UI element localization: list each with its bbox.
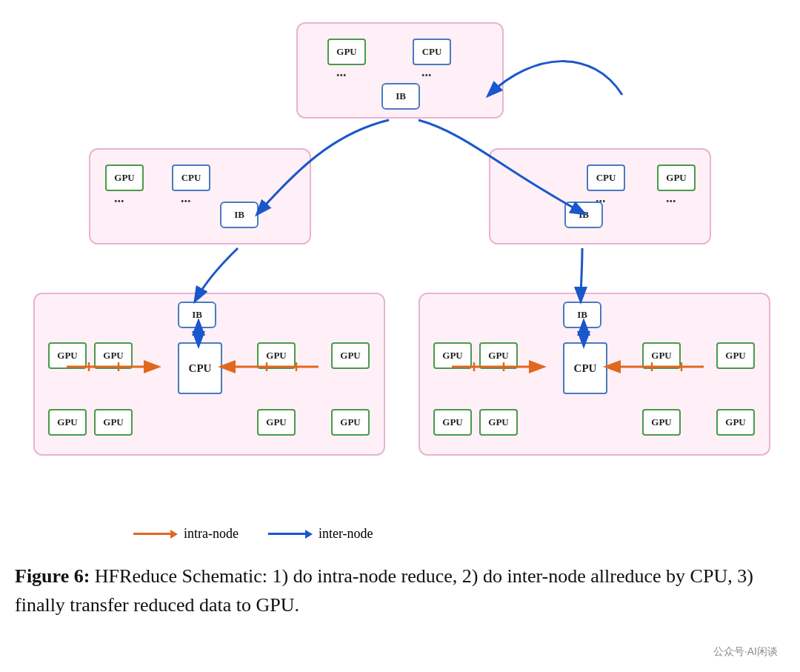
inter-node-label: inter-node	[319, 526, 373, 542]
mid-right-gpu-dots: ···	[666, 194, 676, 210]
br-cpu: CPU	[563, 342, 607, 394]
node-mid-right: CPU ··· GPU ··· IB	[489, 148, 711, 244]
mid-right-gpu: GPU	[657, 164, 696, 191]
mid-right-ib: IB	[564, 202, 603, 228]
top-cpu: CPU	[413, 39, 451, 65]
legend-intra-node: intra-node	[133, 526, 239, 542]
caption-text: HFReduce Schematic: 1) do intra-node red…	[15, 565, 753, 616]
bl-gpu-r2c0: GPU	[48, 409, 87, 436]
diagram-area: GPU ··· CPU ··· IB GPU ··· CPU ··· IB	[15, 7, 785, 526]
top-ib: IB	[381, 83, 420, 110]
bl-gpu-r2c1: GPU	[94, 409, 133, 436]
watermark: 公众号·AI闲谈	[713, 645, 778, 659]
bl-gpu-r2c4: GPU	[331, 409, 370, 436]
caption: Figure 6: HFReduce Schematic: 1) do intr…	[15, 562, 785, 619]
inter-node-line	[268, 533, 305, 535]
mid-left-cpu-dots: ···	[181, 194, 191, 210]
bl-ib: IB	[178, 302, 216, 328]
caption-prefix: Figure 6:	[15, 565, 90, 587]
mid-right-cpu: CPU	[587, 164, 625, 191]
intra-node-arrow	[133, 530, 178, 539]
top-cpu-dots: ···	[421, 68, 432, 84]
br-gpu-r2c0: GPU	[433, 409, 472, 436]
bl-gpu-r1c3: GPU	[257, 342, 296, 369]
inter-node-arrowhead	[305, 530, 313, 539]
mid-left-ib: IB	[220, 202, 259, 228]
node-bottom-right: IB GPU GPU CPU GPU GPU GPU GPU GPU GPU	[419, 293, 770, 456]
legend-inter-node: inter-node	[268, 526, 373, 542]
br-ib: IB	[563, 302, 601, 328]
br-gpu-r2c3: GPU	[642, 409, 681, 436]
mid-left-gpu: GPU	[105, 164, 144, 191]
bl-gpu-r2c3: GPU	[257, 409, 296, 436]
br-gpu-r2c4: GPU	[716, 409, 755, 436]
br-gpu-r2c1: GPU	[479, 409, 518, 436]
intra-node-arrowhead	[170, 530, 178, 539]
top-gpu-dots: ···	[336, 68, 347, 84]
node-top: GPU ··· CPU ··· IB	[296, 22, 504, 119]
arrow-arc-top	[489, 61, 622, 95]
bl-cpu: CPU	[178, 342, 222, 394]
br-gpu-r1c0: GPU	[433, 342, 472, 369]
br-gpu-r1c3: GPU	[642, 342, 681, 369]
bl-gpu-r1c4: GPU	[331, 342, 370, 369]
intra-node-label: intra-node	[184, 526, 239, 542]
inter-node-arrow	[268, 530, 313, 539]
legend: intra-node inter-node	[133, 526, 373, 542]
top-gpu: GPU	[327, 39, 366, 65]
intra-node-line	[133, 533, 170, 535]
node-bottom-left: IB GPU GPU CPU GPU GPU GPU GPU GPU GPU	[33, 293, 385, 456]
bl-gpu-r1c1: GPU	[94, 342, 133, 369]
mid-left-gpu-dots: ···	[114, 194, 124, 210]
br-gpu-r1c4: GPU	[716, 342, 755, 369]
bl-gpu-r1c0: GPU	[48, 342, 87, 369]
mid-left-cpu: CPU	[172, 164, 210, 191]
node-mid-left: GPU ··· CPU ··· IB	[89, 148, 311, 244]
br-gpu-r1c1: GPU	[479, 342, 518, 369]
